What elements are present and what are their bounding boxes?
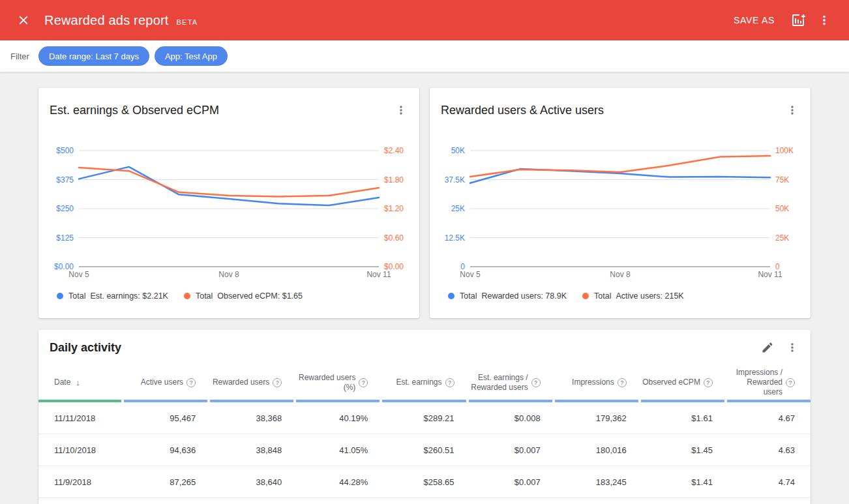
column-underline [555, 400, 638, 402]
help-icon[interactable]: ? [186, 378, 196, 387]
column-header-impressions-rewarded-users[interactable]: Impressions / Rewarded users? [727, 365, 811, 402]
legend-item: Total Rewarded users: 78.9K [448, 291, 567, 301]
card-header: Est. earnings & Observed eCPM [38, 88, 419, 118]
help-icon[interactable]: ? [618, 378, 627, 387]
help-icon[interactable]: ? [359, 378, 368, 387]
svg-text:$1.20: $1.20 [384, 204, 404, 213]
app-bar-actions: SAVE AS [728, 11, 832, 29]
column-underline [124, 400, 207, 402]
column-header-est-earnings-rewarded-users[interactable]: Est. earnings / Rewarded users? [469, 365, 552, 402]
table-row[interactable]: 11/11/201895,46738,36840.19%$289.21$0.00… [38, 402, 811, 434]
help-icon[interactable]: ? [445, 378, 454, 387]
column-underline [296, 400, 380, 402]
daily-table-body: 11/11/201895,46738,36840.19%$289.21$0.00… [38, 402, 811, 498]
rewarded-active-users-chart[interactable]: 0012.5K25K25K50K37.5K75K50K100KNov 5Nov … [440, 130, 800, 284]
sort-descending-icon[interactable]: ↓ [76, 378, 80, 387]
chart-title: Rewarded users & Active users [441, 102, 604, 118]
help-icon[interactable]: ? [531, 378, 541, 387]
chart-legend: Total Rewarded users: 78.9K Total Active… [448, 291, 811, 301]
filter-chip-app[interactable]: App: Test App [155, 46, 228, 66]
page-title: Rewarded ads report [44, 13, 169, 28]
value-cell: 4.67 [727, 402, 811, 434]
svg-text:Nov 5: Nov 5 [460, 270, 481, 279]
overflow-menu-icon[interactable] [816, 12, 832, 28]
filter-chip-date-range[interactable]: Date range: Last 7 days [38, 46, 149, 66]
column-header-observed-ecpm[interactable]: Observed eCPM? [641, 365, 724, 402]
table-menu-icon[interactable] [784, 340, 800, 355]
column-header-est-earnings[interactable]: Est. earnings? [382, 365, 466, 402]
title-group: Rewarded ads report BETA [44, 13, 198, 28]
legend-dot [57, 293, 63, 299]
legend-text: Rewarded users: 78.9K [481, 291, 567, 301]
table-row[interactable]: 11/9/201887,26538,64044.28%$258.65$0.007… [38, 466, 811, 498]
card-header: Daily activity [38, 330, 811, 355]
svg-text:Nov 8: Nov 8 [218, 270, 239, 279]
save-as-button[interactable]: SAVE AS [728, 11, 780, 29]
daily-table-header-row: Date↓Active users?Rewarded users?Rewarde… [38, 365, 811, 402]
rewarded-active-users-card: Rewarded users & Active users 0012.5K25K… [430, 88, 811, 318]
value-cell: 179,362 [555, 402, 638, 434]
svg-text:$375: $375 [56, 175, 74, 185]
beta-badge: BETA [177, 18, 198, 26]
column-label: Impressions [572, 378, 614, 387]
svg-text:$2.40: $2.40 [384, 146, 404, 155]
svg-text:100K: 100K [775, 146, 794, 155]
column-underline [469, 400, 552, 402]
value-cell: $0.008 [469, 402, 552, 434]
column-label: Observed eCPM [642, 378, 700, 387]
help-icon[interactable]: ? [786, 378, 795, 387]
svg-text:25K: 25K [451, 204, 465, 213]
filter-label: Filter [10, 52, 29, 61]
svg-text:37.5K: 37.5K [445, 175, 465, 185]
svg-text:75K: 75K [775, 175, 789, 185]
legend-text: Est. earnings: $2.21K [90, 291, 168, 301]
add-chart-icon[interactable] [790, 12, 806, 28]
chart-menu-icon[interactable] [784, 102, 800, 118]
chart-menu-icon[interactable] [393, 102, 409, 118]
svg-text:$250: $250 [56, 204, 74, 213]
chart-title: Est. earnings & Observed eCPM [50, 102, 219, 118]
value-cell: $258.65 [382, 466, 466, 497]
table-actions [760, 340, 800, 355]
date-cell: 11/9/2018 [38, 466, 121, 497]
column-underline [382, 400, 466, 402]
column-label: Active users [141, 378, 183, 387]
value-cell: 38,640 [210, 466, 293, 497]
value-cell: 180,016 [555, 434, 638, 466]
earnings-ecpm-chart[interactable]: $0.00$0.00$125$0.60$250$1.20$375$1.80$50… [49, 130, 409, 284]
svg-text:Nov 5: Nov 5 [68, 270, 89, 279]
legend-item: Total Active users: 215K [582, 291, 684, 301]
legend-item: Total Observed eCPM: $1.65 [184, 291, 303, 301]
edit-icon[interactable] [760, 340, 775, 355]
column-underline [727, 400, 811, 402]
value-cell: $1.61 [641, 402, 724, 434]
column-header-impressions[interactable]: Impressions? [555, 365, 638, 402]
earnings-ecpm-card: Est. earnings & Observed eCPM $0.00$0.00… [38, 88, 419, 318]
svg-text:25K: 25K [775, 233, 789, 243]
value-cell: 38,368 [210, 402, 293, 434]
svg-text:Nov 8: Nov 8 [610, 270, 631, 279]
app-bar: Rewarded ads report BETA SAVE AS [0, 0, 849, 40]
column-header-date[interactable]: Date↓ [38, 365, 121, 402]
svg-text:12.5K: 12.5K [445, 233, 465, 243]
legend-item: Total Est. earnings: $2.21K [57, 291, 168, 301]
svg-text:$500: $500 [56, 146, 74, 155]
value-cell: $1.41 [641, 466, 724, 497]
daily-activity-title: Daily activity [50, 340, 121, 355]
column-header-active-users[interactable]: Active users? [124, 365, 207, 402]
column-label: Impressions / Rewarded users [727, 368, 782, 397]
close-icon[interactable] [16, 12, 31, 28]
value-cell: 38,848 [210, 434, 293, 466]
svg-text:$0.60: $0.60 [384, 233, 404, 243]
svg-text:Nov 11: Nov 11 [366, 270, 391, 279]
table-row[interactable]: 11/10/201894,63638,84841.05%$260.51$0.00… [38, 434, 811, 466]
column-header-rewarded-users-pct[interactable]: Rewarded users (%)? [296, 365, 380, 402]
filter-bar: Filter Date range: Last 7 days App: Test… [0, 40, 849, 72]
help-icon[interactable]: ? [704, 378, 713, 387]
help-icon[interactable]: ? [273, 378, 282, 387]
legend-text: Observed eCPM: $1.65 [217, 291, 303, 301]
column-header-rewarded-users[interactable]: Rewarded users? [210, 365, 293, 402]
legend-prefix: Total [68, 291, 85, 301]
legend-text: Active users: 215K [616, 291, 683, 301]
date-cell: 11/10/2018 [38, 434, 121, 466]
